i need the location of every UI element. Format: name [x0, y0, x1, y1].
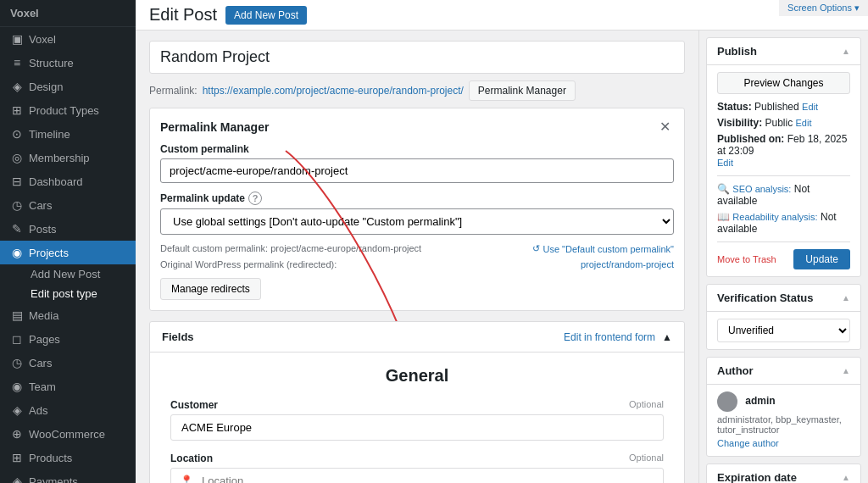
- publish-box-content: Preview Changes Status: Published Edit V…: [707, 65, 860, 276]
- fields-collapse-icon[interactable]: ▲: [662, 331, 672, 343]
- sidebar-item-label: Projects: [29, 247, 69, 259]
- sidebar-item-label: Dashboard: [29, 175, 83, 188]
- sidebar-item-projects[interactable]: ◉ Projects: [0, 241, 136, 264]
- permalink-url[interactable]: https://example.com/project/acme-europe/…: [203, 85, 464, 97]
- published-edit-link[interactable]: Edit: [717, 158, 733, 168]
- verification-box-content: Unverified: [707, 312, 860, 349]
- sidebar-item-cars2[interactable]: ◷ Cars: [0, 351, 136, 375]
- timeline-icon: ⊙: [10, 127, 24, 141]
- original-permalink-link[interactable]: project/random-project: [581, 259, 674, 269]
- verification-title: Verification Status: [717, 291, 813, 304]
- permalink-manager-close[interactable]: ✕: [656, 119, 674, 135]
- sidebar-item-label: Structure: [29, 57, 74, 69]
- structure-icon: ≡: [10, 56, 24, 69]
- fields-header-actions: Edit in frontend form ▲: [564, 331, 672, 343]
- sidebar-item-membership[interactable]: ◎ Membership: [0, 146, 136, 169]
- sidebar-item-pages[interactable]: ◻ Pages: [0, 327, 136, 351]
- visibility-edit-link[interactable]: Edit: [796, 118, 812, 128]
- sidebar-item-woocommerce[interactable]: ⊕ WooCommerce: [0, 422, 136, 446]
- cars-icon: ◷: [10, 198, 24, 212]
- location-label-row: Location Optional: [170, 452, 664, 464]
- edit-frontend-link[interactable]: Edit in frontend form: [564, 331, 655, 343]
- sidebar-item-label: Team: [29, 380, 56, 393]
- topbar: Edit Post Add New Post Screen Options ▾: [136, 0, 868, 31]
- sidebar-item-cars[interactable]: ◷ Cars: [0, 193, 136, 217]
- sidebar-item-products[interactable]: ⊞ Products: [0, 446, 136, 469]
- permalink-manager-header: Permalink Manager ✕: [160, 119, 674, 135]
- author-box: Author ▲ admin administrator, bbp_keymas…: [706, 357, 861, 457]
- sidebar-item-payments[interactable]: ◈ Payments: [0, 469, 136, 483]
- sidebar-item-team[interactable]: ◉ Team: [0, 375, 136, 398]
- right-sidebar: Publish ▲ Preview Changes Status: Publis…: [698, 31, 868, 483]
- voxel-icon: ▣: [10, 32, 24, 46]
- sidebar-item-edit-post-type[interactable]: Edit post type: [24, 284, 136, 303]
- move-to-trash-button[interactable]: Move to Trash: [717, 254, 776, 264]
- membership-icon: ◎: [10, 151, 24, 164]
- projects-icon: ◉: [10, 246, 24, 259]
- sidebar-item-label: Payments: [29, 475, 78, 484]
- customer-input[interactable]: [170, 414, 664, 441]
- team-icon: ◉: [10, 380, 24, 393]
- screen-options-button[interactable]: Screen Options ▾: [787, 3, 860, 14]
- verification-box-header[interactable]: Verification Status ▲: [707, 285, 860, 312]
- dashboard-icon: ⊟: [10, 175, 24, 188]
- location-input[interactable]: [202, 469, 663, 483]
- use-default-permalink-link[interactable]: ↺ Use "Default custom permalink": [532, 243, 674, 254]
- publish-box-header[interactable]: Publish ▲: [707, 38, 860, 65]
- original-permalink-row: Original WordPress permalink (redirected…: [160, 259, 674, 269]
- seo-link[interactable]: SEO analysis:: [732, 184, 791, 194]
- author-roles: administrator, bbp_keymaster, tutor_inst…: [717, 414, 850, 435]
- status-edit-link[interactable]: Edit: [802, 102, 818, 112]
- post-title-input[interactable]: [149, 41, 685, 74]
- cars2-icon: ◷: [10, 356, 24, 369]
- manage-redirects-button[interactable]: Manage redirects: [160, 278, 261, 300]
- sidebar-item-timeline[interactable]: ⊙ Timeline: [0, 122, 136, 146]
- sidebar-item-label: WooCommerce: [29, 428, 105, 441]
- change-author-link[interactable]: Change author: [717, 438, 779, 448]
- sidebar-item-structure[interactable]: ≡ Structure: [0, 51, 136, 75]
- expiration-box: Expiration date ▲ Follow expiration rule…: [706, 464, 861, 483]
- media-icon: ▤: [10, 308, 24, 322]
- permalink-update-label: Permalink update ?: [160, 192, 674, 205]
- main-area: Edit Post Add New Post Screen Options ▾ …: [136, 0, 868, 483]
- author-chevron: ▲: [842, 366, 850, 375]
- sidebar-item-label: Membership: [29, 152, 90, 164]
- readability-icon: 📖: [717, 211, 730, 223]
- page-title: Edit Post: [149, 5, 217, 25]
- fields-title: Fields: [162, 330, 194, 343]
- readability-link[interactable]: Readability analysis:: [732, 212, 817, 222]
- expiration-title: Expiration date: [717, 471, 797, 483]
- permalink-update-select[interactable]: Use global settings [Don't auto-update "…: [160, 208, 674, 235]
- permalink-row: Permalink: https://example.com/project/a…: [149, 80, 685, 101]
- sidebar-item-dashboard[interactable]: ⊟ Dashboard: [0, 169, 136, 193]
- custom-permalink-input[interactable]: [160, 158, 674, 183]
- posts-icon: ✎: [10, 222, 24, 236]
- customer-label-row: Customer Optional: [170, 399, 664, 411]
- permalink-update-help-icon[interactable]: ?: [248, 192, 262, 205]
- sidebar-item-ads[interactable]: ◈ Ads: [0, 398, 136, 422]
- sidebar-item-design[interactable]: ◈ Design: [0, 75, 136, 98]
- sidebar-item-posts[interactable]: ✎ Posts: [0, 217, 136, 241]
- verification-select[interactable]: Unverified: [717, 319, 850, 342]
- update-button[interactable]: Update: [793, 249, 850, 269]
- sidebar-sub-label: Add New Post: [31, 268, 100, 280]
- expiration-box-header[interactable]: Expiration date ▲: [707, 464, 860, 483]
- preview-changes-button[interactable]: Preview Changes: [717, 72, 850, 94]
- sidebar-item-label: Voxel: [29, 33, 56, 46]
- screen-options-bar: Screen Options ▾: [779, 0, 868, 16]
- sidebar-projects-sub: Add New Post Edit post type: [0, 264, 136, 303]
- add-new-post-button[interactable]: Add New Post: [225, 6, 307, 25]
- permalink-manager-button[interactable]: Permalink Manager: [469, 80, 576, 101]
- location-input-wrapper: 📍: [170, 468, 664, 483]
- sidebar-item-label: Product Types: [29, 104, 99, 117]
- sidebar-item-voxel[interactable]: ▣ Voxel: [0, 27, 136, 51]
- sidebar-item-label: Ads: [29, 404, 47, 417]
- sidebar-item-product-types[interactable]: ⊞ Product Types: [0, 98, 136, 122]
- author-box-header[interactable]: Author ▲: [707, 358, 860, 385]
- fields-content: General Customer Optional Location Optio…: [150, 353, 684, 483]
- customer-optional: Optional: [629, 399, 664, 411]
- sidebar-item-media[interactable]: ▤ Media: [0, 303, 136, 327]
- permalink-manager-title: Permalink Manager: [160, 120, 269, 134]
- fields-header: Fields Edit in frontend form ▲: [150, 322, 684, 353]
- sidebar-item-add-new-post[interactable]: Add New Post: [24, 264, 136, 284]
